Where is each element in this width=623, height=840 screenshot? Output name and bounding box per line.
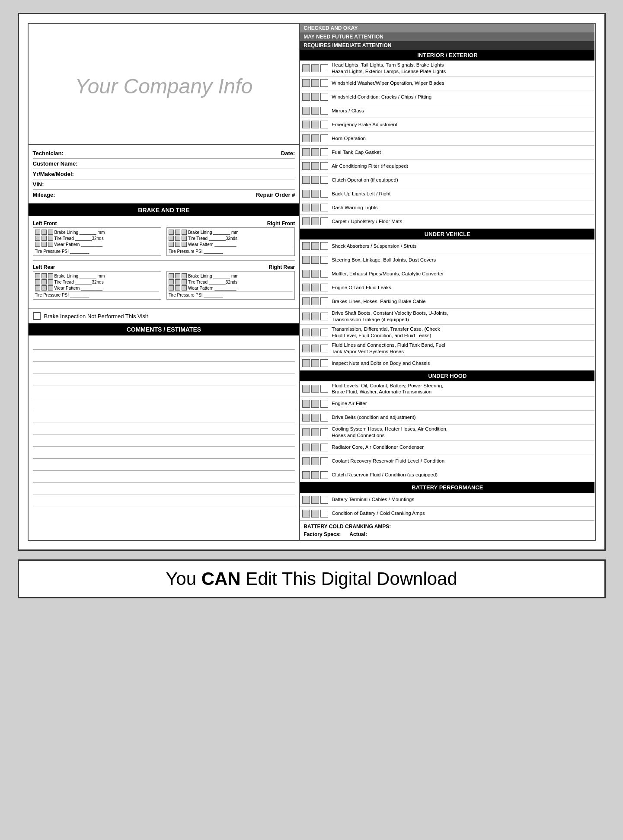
check-gray-uv-16[interactable] [311, 345, 319, 352]
lr-wear-check-3[interactable] [48, 285, 53, 291]
check-gray-bat-3[interactable] [302, 510, 310, 517]
comment-line-6[interactable] [33, 398, 295, 410]
check-gray-uv-8[interactable] [311, 284, 319, 291]
comment-line-14[interactable] [33, 495, 295, 507]
check-gray-ie-1[interactable] [302, 64, 310, 72]
check-gray-uh-3[interactable] [302, 400, 310, 408]
rr-wear-check-3[interactable] [182, 285, 187, 291]
check-white-ie-7[interactable] [320, 148, 328, 156]
check-white-uv-5[interactable] [320, 297, 328, 305]
rr-check-1[interactable] [169, 273, 174, 278]
rr-check-2[interactable] [175, 273, 180, 278]
check-gray-ie-24[interactable] [311, 217, 319, 225]
check-white-uv-2[interactable] [320, 256, 328, 264]
check-gray-ie-15[interactable] [302, 162, 310, 170]
comment-line-1[interactable] [33, 338, 295, 350]
lr-tread-check-3[interactable] [48, 279, 53, 284]
check-white-uh-4[interactable] [320, 428, 328, 436]
check-gray-ie-22[interactable] [311, 204, 319, 211]
check-gray-uh-4[interactable] [311, 400, 319, 408]
lf-tread-check-2[interactable] [42, 236, 47, 241]
check-white-ie-8[interactable] [320, 162, 328, 170]
check-gray-uv-9[interactable] [302, 297, 310, 305]
lf-wear-check-1[interactable] [35, 242, 40, 247]
check-white-ie-2[interactable] [320, 79, 328, 87]
lr-tread-check-1[interactable] [35, 279, 40, 284]
comment-line-12[interactable] [33, 471, 295, 483]
lf-check-3[interactable] [48, 230, 53, 235]
check-white-uh-1[interactable] [320, 385, 328, 393]
check-gray-bat-4[interactable] [311, 510, 319, 517]
check-white-bat-1[interactable] [320, 496, 328, 504]
check-gray-ie-9[interactable] [302, 121, 310, 128]
rr-wear-check-1[interactable] [169, 285, 174, 291]
check-gray-ie-16[interactable] [311, 162, 319, 170]
check-gray-ie-21[interactable] [302, 204, 310, 211]
check-gray-uh-11[interactable] [302, 457, 310, 465]
lf-tread-check-1[interactable] [35, 236, 40, 241]
check-white-bat-2[interactable] [320, 510, 328, 517]
check-white-uh-2[interactable] [320, 400, 328, 408]
check-white-ie-4[interactable] [320, 107, 328, 115]
lr-check-1[interactable] [35, 273, 40, 278]
rr-tread-check-3[interactable] [182, 279, 187, 284]
lr-wear-check-1[interactable] [35, 285, 40, 291]
check-gray-ie-14[interactable] [311, 148, 319, 156]
check-gray-uv-11[interactable] [302, 313, 310, 320]
lf-wear-check-3[interactable] [48, 242, 53, 247]
check-white-uh-6[interactable] [320, 457, 328, 465]
check-white-ie-12[interactable] [320, 217, 328, 225]
check-white-ie-1[interactable] [320, 64, 328, 72]
check-gray-uv-2[interactable] [311, 242, 319, 250]
check-gray-bat-2[interactable] [311, 496, 319, 504]
lf-check-2[interactable] [42, 230, 47, 235]
check-gray-uh-12[interactable] [311, 457, 319, 465]
check-gray-uv-6[interactable] [311, 270, 319, 278]
check-white-ie-9[interactable] [320, 176, 328, 184]
lr-check-3[interactable] [48, 273, 53, 278]
comment-line-7[interactable] [33, 410, 295, 422]
rr-tread-check-2[interactable] [175, 279, 180, 284]
rf-tread-check-3[interactable] [182, 236, 187, 241]
check-white-uv-4[interactable] [320, 284, 328, 291]
check-gray-uv-14[interactable] [311, 329, 319, 336]
check-white-ie-11[interactable] [320, 204, 328, 211]
check-gray-uh-1[interactable] [302, 385, 310, 393]
rf-tread-check-1[interactable] [169, 236, 174, 241]
rf-wear-check-1[interactable] [169, 242, 174, 247]
check-gray-ie-10[interactable] [311, 121, 319, 128]
check-gray-ie-11[interactable] [302, 134, 310, 142]
check-gray-ie-13[interactable] [302, 148, 310, 156]
check-white-uv-1[interactable] [320, 242, 328, 250]
check-gray-uh-13[interactable] [302, 471, 310, 479]
rf-wear-check-2[interactable] [175, 242, 180, 247]
check-white-uv-3[interactable] [320, 270, 328, 278]
check-gray-bat-1[interactable] [302, 496, 310, 504]
lf-check-1[interactable] [35, 230, 40, 235]
check-white-ie-10[interactable] [320, 190, 328, 198]
check-white-ie-6[interactable] [320, 134, 328, 142]
check-gray-uv-7[interactable] [302, 284, 310, 291]
check-gray-ie-2[interactable] [311, 64, 319, 72]
comment-line-2[interactable] [33, 350, 295, 362]
check-gray-uv-17[interactable] [302, 359, 310, 367]
check-gray-ie-23[interactable] [302, 217, 310, 225]
check-gray-uh-2[interactable] [311, 385, 319, 393]
check-white-uh-7[interactable] [320, 471, 328, 479]
check-white-uv-6[interactable] [320, 313, 328, 320]
rr-check-3[interactable] [182, 273, 187, 278]
comment-line-11[interactable] [33, 459, 295, 471]
check-gray-uh-9[interactable] [302, 444, 310, 451]
check-gray-uh-14[interactable] [311, 471, 319, 479]
check-gray-ie-12[interactable] [311, 134, 319, 142]
rr-wear-check-2[interactable] [175, 285, 180, 291]
lr-check-2[interactable] [42, 273, 47, 278]
rf-check-1[interactable] [169, 230, 174, 235]
check-gray-ie-4[interactable] [311, 79, 319, 87]
check-gray-ie-18[interactable] [311, 176, 319, 184]
check-white-uv-9[interactable] [320, 359, 328, 367]
comment-line-8[interactable] [33, 422, 295, 434]
check-gray-uv-5[interactable] [302, 270, 310, 278]
comment-line-5[interactable] [33, 386, 295, 398]
comment-line-3[interactable] [33, 362, 295, 374]
